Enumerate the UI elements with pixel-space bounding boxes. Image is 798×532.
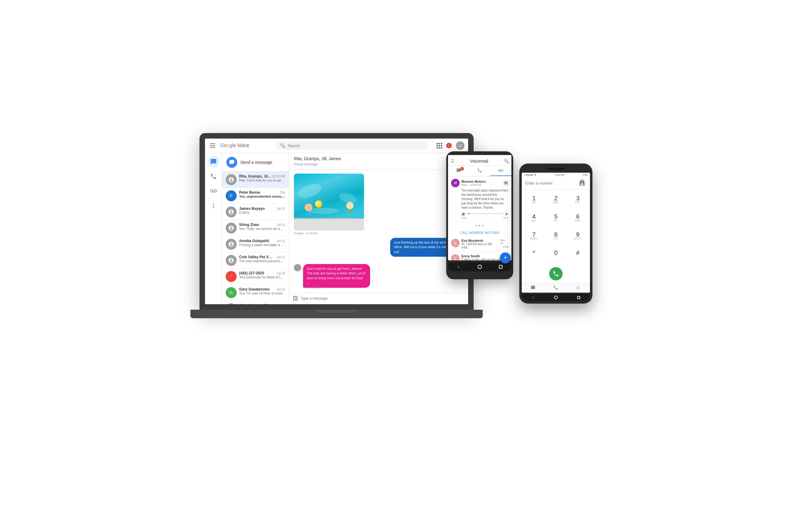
vm-msg-icon[interactable]	[504, 180, 508, 186]
phone-voicemail: ☰ Voicemail 🔍 1	[446, 151, 513, 279]
conv-item-9[interactable]: Alva, Gramps, Eva, Jill Jul 10 You: Than…	[222, 301, 289, 304]
play-icon[interactable]: ▶	[506, 212, 508, 216]
voicemail-item-1: M Monroe Motors Main · 10:59 AM The over…	[448, 176, 511, 222]
conv-info-8: Gary Soedarsono Jul 10 You: I'm sure I'l…	[239, 287, 285, 295]
dial-key-9[interactable]: 9 WXYZ	[567, 227, 589, 245]
phone1-search-icon[interactable]: 🔍	[504, 159, 509, 164]
compose-button[interactable]: Send a message	[222, 153, 289, 172]
app-grid-icon[interactable]	[436, 143, 442, 148]
nav-messages[interactable]	[207, 156, 220, 168]
conv-item-1[interactable]: Rita, Gramps, Jill, James 12:05 PM Rita:…	[222, 172, 289, 188]
p2-bn-calls[interactable]	[553, 285, 558, 290]
scene: Google Voice 🔍	[200, 133, 598, 399]
laptop-base	[190, 310, 483, 318]
conv-avatar-6	[226, 255, 237, 266]
conv-info-5: Annika Golapathi Jul 11 I'll bring a sal…	[239, 239, 285, 247]
conv-info-2: Peter Bense Thu Yes, unprecedented consu…	[239, 190, 285, 198]
conv-preview-1: Rita: Can't wait for you to get here ...	[239, 178, 285, 182]
conv-time-4: Jul 11	[277, 223, 285, 227]
p2-bn-messages[interactable]	[531, 285, 535, 290]
conv-time-9: Jul 10	[277, 304, 285, 304]
conv-name-3: James Buyayo	[239, 207, 265, 211]
conversation-list: Send a message Rita, Gramps, Jill, James…	[222, 153, 289, 304]
conv-item-6[interactable]: Cole Valley Pet Supplies Jul 11 The new …	[222, 252, 289, 269]
conv-name-1: Rita, Gramps, Jill, James	[239, 174, 272, 178]
conv-item-4[interactable]: Shing Zhao Jul 11 You: Yeah, we need to …	[222, 220, 289, 236]
home-button[interactable]	[477, 264, 482, 269]
back-button[interactable]: ‹	[456, 264, 461, 269]
vm-subtitle-1: Main · 10:59 AM	[461, 183, 486, 186]
more-options-dots[interactable]: • • •	[448, 222, 511, 229]
conv-name-5: Annika Golapathi	[239, 239, 269, 243]
dial-key-7[interactable]: 7 PQRS	[523, 227, 545, 245]
google-logo-text: Google	[220, 143, 236, 148]
conv-item-7[interactable]: ? (442) 227-2825 Jul 10 Your passcode fo…	[222, 269, 289, 285]
search-icon: 🔍	[280, 143, 285, 148]
p2-back-button[interactable]: ‹	[531, 295, 535, 300]
conv-name-7: (442) 227-2825	[239, 271, 264, 275]
phone1-tab-voicemail[interactable]	[490, 166, 511, 176]
dial-key-2[interactable]: 2 ABC	[545, 191, 567, 209]
phone1-menu-icon[interactable]: ☰	[451, 159, 454, 164]
dialer-number-input[interactable]	[526, 181, 577, 186]
p2-recent-button[interactable]	[576, 295, 581, 300]
contact-item-eva[interactable]: E Eva Muratesh Hi, I left the keys in th…	[448, 236, 511, 252]
nav-calls[interactable]	[207, 170, 220, 183]
vm-progress-bar[interactable]	[468, 213, 504, 214]
conv-preview-4: You: Yeah, we need to do a bowling night	[239, 227, 285, 230]
conv-avatar-3	[226, 207, 237, 217]
chat-input[interactable]	[301, 296, 464, 301]
call-action-button[interactable]: CALL MONROE MOTORS	[448, 229, 511, 236]
dial-key-1[interactable]: 1 QO	[523, 191, 545, 209]
conv-time-5: Jul 11	[277, 239, 285, 243]
vm-player[interactable]: 🔊 ▶	[461, 212, 508, 216]
contacts-icon[interactable]	[579, 180, 586, 187]
phone1-title: Voicemail	[470, 159, 488, 164]
phone2-notch	[547, 168, 565, 170]
nav-more[interactable]	[207, 200, 220, 212]
menu-icon[interactable]	[209, 142, 216, 149]
chat-subtitle: Group message	[294, 162, 318, 166]
dial-key-3[interactable]: 3 DEF	[567, 191, 589, 209]
phone1-tab-messages[interactable]: 1	[448, 166, 469, 176]
search-input[interactable]	[287, 144, 424, 148]
conv-item-3[interactable]: James Buyayo Jul 12 O-M-G	[222, 204, 289, 220]
chat-area: Rita, Gramps, Jill, James Group message …	[289, 153, 468, 304]
conv-name-2: Peter Bense	[239, 190, 260, 195]
chat-input-area: 🖼	[289, 293, 468, 304]
phone1-screen: ☰ Voicemail 🔍 1	[448, 155, 511, 260]
dial-key-0[interactable]: 0	[545, 245, 567, 263]
phone1-fab[interactable]: +	[500, 252, 511, 263]
notification-badge[interactable]: 1	[446, 143, 452, 148]
chat-photo-message	[294, 174, 364, 230]
conv-item-8[interactable]: G Gary Soedarsono Jul 10 You: I'm sure I…	[222, 285, 289, 301]
phone1-tabs: 1	[448, 166, 511, 176]
header-right: 1 U	[436, 141, 464, 150]
carrier-label: T-Mobile ▼	[524, 174, 537, 176]
svg-point-0	[213, 203, 214, 204]
conv-item-5[interactable]: Annika Golapathi Jul 11 I'll bring a sal…	[222, 236, 289, 252]
conv-preview-5: I'll bring a salad and bake a dessert	[239, 243, 285, 247]
conv-avatar-1	[226, 174, 237, 185]
speaker-icon[interactable]: 🔊	[461, 212, 466, 216]
dial-key-hash[interactable]: #	[567, 245, 589, 263]
nav-voicemail[interactable]	[207, 185, 220, 197]
recent-button[interactable]	[498, 264, 503, 269]
user-avatar[interactable]: U	[456, 141, 464, 150]
dial-key-4[interactable]: 4 GHI	[523, 209, 545, 227]
conv-preview-7: Your passcode for Bank of the ...	[239, 275, 285, 279]
conv-time-7: Jul 10	[277, 272, 285, 275]
dial-key-6[interactable]: 6 MNO	[567, 209, 589, 227]
phone1-tab-calls[interactable]	[469, 166, 490, 176]
phone1-nav-bar: ‹	[448, 262, 511, 271]
dial-key-5[interactable]: 5 JKL	[545, 209, 567, 227]
compose-icon	[226, 157, 237, 168]
dial-key-8[interactable]: 8 TUV	[545, 227, 567, 245]
conv-item-2[interactable]: P Peter Bense Thu Yes, unprecedented con…	[222, 188, 289, 204]
p2-bn-dialpad[interactable]	[576, 285, 581, 290]
p2-home-button[interactable]	[553, 295, 558, 300]
search-bar[interactable]: 🔍	[276, 141, 428, 150]
dial-key-star[interactable]: *	[523, 245, 545, 263]
image-attach-icon[interactable]: 🖼	[293, 296, 298, 302]
call-button[interactable]	[549, 267, 563, 281]
